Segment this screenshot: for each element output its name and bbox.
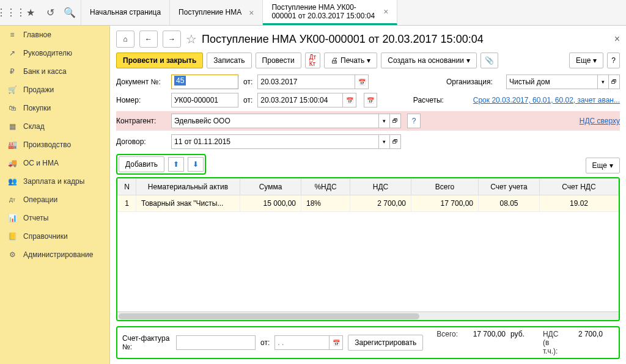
- dtdk-icon: ДтКт: [309, 54, 316, 67]
- forward-button[interactable]: →: [163, 31, 181, 48]
- factory-icon: 🏭: [7, 140, 17, 149]
- create-based-button[interactable]: Создать на основании▾: [381, 53, 477, 68]
- col-vat-account: Счет НДС: [540, 179, 619, 195]
- tab-label: Начальная страница: [90, 8, 161, 16]
- table-empty-area: [117, 212, 619, 311]
- close-icon[interactable]: ×: [249, 8, 254, 18]
- calendar-icon[interactable]: 📅: [330, 335, 343, 350]
- attachments-button[interactable]: 📎: [481, 53, 498, 68]
- open-icon[interactable]: 🗗: [390, 114, 401, 128]
- move-up-button[interactable]: ⬆: [168, 157, 184, 172]
- invoice-label: Счет-фактура №:: [122, 334, 171, 351]
- sidebar-item-sales[interactable]: 🛒Продажи: [0, 81, 109, 99]
- search-icon[interactable]: 🔍: [64, 7, 76, 19]
- grid-icon: ▦: [7, 122, 17, 131]
- doc-date-input[interactable]: [257, 75, 355, 89]
- tab-nma-list[interactable]: Поступление НМА ×: [170, 0, 263, 25]
- star-icon[interactable]: ★: [24, 7, 37, 19]
- total-label: Всего:: [436, 330, 458, 338]
- sidebar-item-manager[interactable]: ↗Руководителю: [0, 44, 109, 62]
- more-button[interactable]: Еще▾: [569, 53, 603, 68]
- apps-icon[interactable]: ⋮⋮⋮: [5, 7, 17, 19]
- vat-link[interactable]: НДС сверху: [580, 117, 620, 125]
- move-down-button[interactable]: ⬇: [188, 157, 204, 172]
- calendar-icon[interactable]: 📅: [355, 75, 369, 89]
- col-sum: Сумма: [240, 179, 301, 195]
- post-close-button[interactable]: Провести и закрыть: [116, 53, 203, 68]
- counterparty-label: Контрагент:: [116, 117, 166, 125]
- back-button[interactable]: ←: [139, 31, 158, 48]
- add-button[interactable]: Добавить: [119, 156, 164, 172]
- post-button[interactable]: Провести: [256, 53, 301, 68]
- debit-icon: Дт: [7, 197, 17, 203]
- paperclip-icon: 📎: [485, 56, 494, 65]
- number-input[interactable]: [171, 93, 238, 107]
- help-button[interactable]: ?: [607, 53, 620, 68]
- menu-icon: ≡: [7, 31, 17, 39]
- open-icon[interactable]: 🗗: [609, 75, 620, 89]
- truck-icon: 🚚: [7, 159, 17, 167]
- dropdown-icon[interactable]: ▾: [598, 75, 609, 89]
- sidebar-item-salary[interactable]: 👥Зарплата и кадры: [0, 172, 109, 191]
- bars-icon: 📊: [7, 214, 17, 222]
- sidebar-item-purchases[interactable]: 🛍Покупки: [0, 99, 109, 117]
- home-button[interactable]: ⌂: [116, 31, 134, 48]
- col-vat-pct: %НДС: [301, 179, 350, 195]
- cart-icon: 🛒: [7, 86, 17, 94]
- datetime-input[interactable]: [257, 93, 343, 107]
- settlements-label: Расчеты:: [413, 96, 468, 104]
- table-row[interactable]: 1 Товарный знак "Чисты... 15 000,00 18% …: [118, 195, 619, 212]
- doc-no-input[interactable]: 45: [171, 75, 238, 89]
- sidebar-item-admin[interactable]: ⚙Администрирование: [0, 246, 109, 264]
- chevron-down-icon: ▾: [593, 56, 597, 65]
- print-button[interactable]: 🖨Печать▾: [324, 53, 377, 68]
- tab-label: Поступление НМА: [179, 8, 241, 16]
- sidebar-item-reports[interactable]: 📊Отчеты: [0, 209, 109, 227]
- sidebar-item-bank[interactable]: ₽Банк и касса: [0, 62, 109, 81]
- open-icon[interactable]: 🗗: [390, 134, 401, 149]
- ot-label: от:: [243, 78, 252, 86]
- close-icon[interactable]: ×: [383, 7, 388, 16]
- invoice-no-input[interactable]: [176, 335, 256, 350]
- bag-icon: 🛍: [7, 104, 17, 112]
- help-button[interactable]: ?: [407, 114, 421, 128]
- save-button[interactable]: Записать: [207, 53, 251, 68]
- sidebar-item-warehouse[interactable]: ▦Склад: [0, 117, 109, 136]
- movements-button[interactable]: ДтКт: [305, 53, 320, 68]
- vat-value: 2 700,0: [566, 330, 603, 338]
- doc-no-label: Документ №:: [116, 78, 166, 86]
- sidebar-item-operations[interactable]: ДтОперации: [0, 191, 109, 209]
- favorite-icon[interactable]: ☆: [186, 32, 197, 46]
- sidebar-item-production[interactable]: 🏭Производство: [0, 136, 109, 154]
- counterparty-input[interactable]: [171, 114, 379, 128]
- chevron-down-icon: ▾: [367, 56, 370, 65]
- tab-nma-doc[interactable]: Поступление НМА УК00-000001 от 20.03.201…: [263, 0, 397, 25]
- history-icon[interactable]: ↺: [44, 7, 56, 19]
- chart-up-icon: ↗: [7, 49, 17, 57]
- invoice-date-input[interactable]: [274, 335, 330, 350]
- chevron-down-icon: ▾: [609, 161, 613, 170]
- col-account: Счет учета: [479, 179, 540, 195]
- org-input[interactable]: [506, 75, 598, 89]
- items-table: N Нематериальный актив Сумма %НДС НДС Вс…: [117, 178, 619, 212]
- sidebar-item-references[interactable]: 📒Справочники: [0, 227, 109, 246]
- register-button[interactable]: Зарегистрировать: [348, 335, 423, 351]
- table-more-button[interactable]: Еще▾: [586, 158, 620, 173]
- sidebar-item-os-nma[interactable]: 🚚ОС и НМА: [0, 154, 109, 172]
- printer-icon: 🖨: [331, 56, 338, 65]
- sidebar: ≡Главное ↗Руководителю ₽Банк и касса 🛒Пр…: [0, 26, 110, 364]
- people-icon: 👥: [7, 177, 17, 186]
- close-button[interactable]: ×: [614, 34, 620, 45]
- number-label: Номер:: [116, 96, 166, 104]
- total-value: 17 700,00: [463, 330, 506, 338]
- dropdown-icon[interactable]: ▾: [379, 114, 390, 128]
- dropdown-icon[interactable]: ▾: [379, 134, 390, 149]
- settlements-link[interactable]: Срок 20.03.2017, 60.01, 60.02, зачет ава…: [473, 96, 620, 104]
- contract-input[interactable]: [171, 134, 379, 149]
- calendar-icon[interactable]: 📅: [364, 93, 377, 107]
- h-scrollbar[interactable]: [117, 311, 619, 320]
- chevron-down-icon: ▾: [466, 56, 470, 65]
- calendar-icon[interactable]: 📅: [343, 93, 356, 107]
- sidebar-item-main[interactable]: ≡Главное: [0, 26, 109, 44]
- tab-home[interactable]: Начальная страница: [81, 0, 170, 25]
